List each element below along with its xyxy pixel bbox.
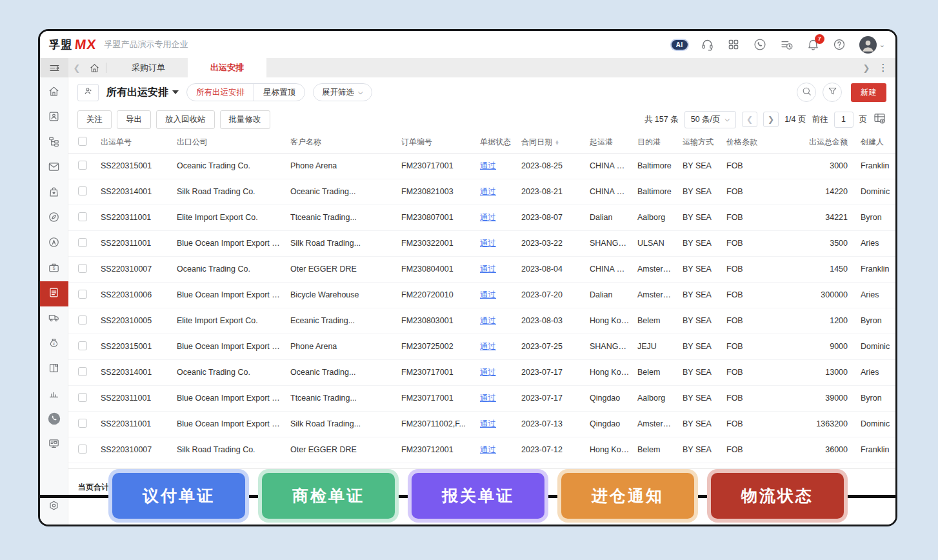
filter-button[interactable] xyxy=(823,83,842,102)
header-price-terms[interactable]: 价格条款 xyxy=(719,132,774,153)
collapse-sidebar-icon[interactable] xyxy=(40,58,68,77)
row-checkbox[interactable] xyxy=(78,341,87,350)
sidebar-item-mail[interactable] xyxy=(40,155,68,181)
goto-page-input[interactable] xyxy=(834,112,853,128)
tab-shipping-arrangement[interactable]: 出运安排 xyxy=(188,58,266,77)
table-row[interactable]: SS220315001 Blue Ocean Import Export Co.… xyxy=(68,334,897,359)
row-checkbox[interactable] xyxy=(78,238,87,247)
row-checkbox[interactable] xyxy=(78,445,87,454)
tab-purchase-orders[interactable]: 采购订单 xyxy=(109,58,188,77)
expand-filters-button[interactable]: 展开筛选 ⌵ xyxy=(313,83,372,101)
header-total-amount[interactable]: 出运总金额 xyxy=(774,132,853,153)
cell-doc-status[interactable]: 通过 xyxy=(472,385,514,411)
whatsapp-icon[interactable] xyxy=(753,38,767,52)
sidebar-item-discover[interactable] xyxy=(40,206,68,231)
row-checkbox[interactable] xyxy=(78,161,87,170)
tab-scroll-right-icon[interactable]: ❯ xyxy=(858,63,875,73)
sidebar-item-marketing[interactable] xyxy=(40,231,68,256)
cell-doc-status[interactable]: 通过 xyxy=(472,308,514,334)
table-row[interactable]: SS220315001 Oceanic Trading Co. Phone Ar… xyxy=(68,153,897,179)
select-all-checkbox[interactable] xyxy=(78,137,87,146)
page-size-select[interactable]: 50 条/页 ⌵ xyxy=(684,111,736,128)
header-order-no[interactable]: 订单编号 xyxy=(394,132,472,153)
header-creator[interactable]: 创建人 xyxy=(853,132,897,153)
sidebar-item-home[interactable] xyxy=(40,80,68,105)
header-port-destination[interactable]: 目的港 xyxy=(630,132,675,153)
status-link[interactable]: 通过 xyxy=(480,161,496,170)
cell-doc-status[interactable]: 通过 xyxy=(472,411,514,437)
sidebar-item-workbench[interactable] xyxy=(40,432,68,457)
status-link[interactable]: 通过 xyxy=(480,265,496,274)
owner-filter-button[interactable] xyxy=(77,84,99,101)
segment-starred[interactable]: 星标置顶 xyxy=(254,84,304,101)
segment-all-shipments[interactable]: 所有出运安排 xyxy=(187,84,254,101)
sidebar-item-procurement[interactable] xyxy=(40,181,68,206)
prev-page-button[interactable]: ❮ xyxy=(742,112,757,127)
row-checkbox[interactable] xyxy=(78,367,87,376)
avatar[interactable] xyxy=(859,36,877,54)
table-row[interactable]: SS220310005 Elite Import Export Co. Ecea… xyxy=(68,308,897,334)
row-checkbox[interactable] xyxy=(78,212,87,221)
follow-button[interactable]: 关注 xyxy=(77,110,112,129)
table-row[interactable]: SS220311001 Elite Import Export Co. Ttce… xyxy=(68,205,897,230)
sidebar-item-contacts[interactable] xyxy=(40,105,68,130)
flow-button-warehouse-notice[interactable]: 进仓通知 xyxy=(561,473,694,519)
tab-more-icon[interactable]: ⋮ xyxy=(877,62,889,74)
row-checkbox[interactable] xyxy=(78,393,87,402)
cell-doc-status[interactable]: 通过 xyxy=(472,437,514,463)
status-link[interactable]: 通过 xyxy=(480,368,496,377)
cell-doc-status[interactable]: 通过 xyxy=(472,205,514,230)
sidebar-item-logistics[interactable] xyxy=(40,306,68,332)
cell-doc-status[interactable]: 通过 xyxy=(472,179,514,205)
cell-doc-status[interactable]: 通过 xyxy=(472,282,514,308)
sidebar-item-finance[interactable]: ¥ xyxy=(40,332,68,357)
table-row[interactable]: SS220310006 Blue Ocean Import Export Co.… xyxy=(68,282,897,308)
table-row[interactable]: SS220314001 Silk Road Trading Co. Oceani… xyxy=(68,179,897,205)
sidebar-item-org[interactable] xyxy=(40,130,68,155)
recycle-bin-button[interactable]: 放入回收站 xyxy=(156,110,215,129)
view-selector[interactable]: 所有出运安排 xyxy=(106,86,179,99)
status-link[interactable]: 通过 xyxy=(480,239,496,248)
export-button[interactable]: 导出 xyxy=(117,110,151,129)
status-link[interactable]: 通过 xyxy=(480,419,496,428)
batch-edit-button[interactable]: 批量修改 xyxy=(220,110,270,129)
table-row[interactable]: SS220310007 Oceanic Trading Co. Oter EGG… xyxy=(68,256,897,282)
cell-doc-status[interactable]: 通过 xyxy=(472,153,514,179)
row-checkbox[interactable] xyxy=(78,264,87,273)
sidebar-item-reports[interactable] xyxy=(40,382,68,407)
status-link[interactable]: 通过 xyxy=(480,316,496,325)
ai-assistant-icon[interactable]: AI xyxy=(672,40,688,50)
cell-doc-status[interactable]: 通过 xyxy=(472,256,514,282)
task-list-icon[interactable] xyxy=(780,38,793,52)
user-menu[interactable]: ⌄ xyxy=(859,36,885,54)
status-link[interactable]: 通过 xyxy=(480,213,496,222)
sidebar-item-sales[interactable]: $ xyxy=(40,256,68,281)
row-checkbox[interactable] xyxy=(78,419,87,428)
help-icon[interactable] xyxy=(833,38,846,52)
sort-icon[interactable]: ▲▼ xyxy=(555,140,559,145)
search-button[interactable] xyxy=(797,83,816,102)
next-page-button[interactable]: ❯ xyxy=(763,112,779,127)
sidebar-item-ledger[interactable] xyxy=(40,357,68,382)
header-export-company[interactable]: 出口公司 xyxy=(169,132,283,153)
table-row[interactable]: SS220310007 Silk Road Trading Co. Oter E… xyxy=(68,437,897,463)
row-checkbox[interactable] xyxy=(78,186,87,195)
sidebar-item-shipping-docs[interactable] xyxy=(40,281,68,306)
status-link[interactable]: 通过 xyxy=(480,187,496,196)
row-checkbox[interactable] xyxy=(78,290,87,299)
home-tab-icon[interactable] xyxy=(85,58,103,77)
sidebar-item-whatsapp[interactable] xyxy=(40,407,68,432)
header-transport-mode[interactable]: 运输方式 xyxy=(675,132,719,153)
notification-bell-icon[interactable]: 7 xyxy=(806,38,820,52)
header-doc-status[interactable]: 单据状态 xyxy=(472,132,514,153)
create-button[interactable]: 新建 xyxy=(851,83,886,102)
cell-doc-status[interactable]: 通过 xyxy=(472,230,514,256)
header-shipping-no[interactable]: 出运单号 xyxy=(93,132,169,153)
header-contract-date[interactable]: 合同日期▲▼ xyxy=(514,132,582,153)
sidebar-item-settings[interactable] xyxy=(40,494,68,519)
headset-icon[interactable] xyxy=(701,38,714,52)
cell-doc-status[interactable]: 通过 xyxy=(472,334,514,359)
flow-button-inspection-docs[interactable]: 商检单证 xyxy=(262,473,395,519)
table-row[interactable]: SS220311001 Blue Ocean Import Export Co.… xyxy=(68,230,897,256)
apps-grid-icon[interactable] xyxy=(727,38,741,52)
